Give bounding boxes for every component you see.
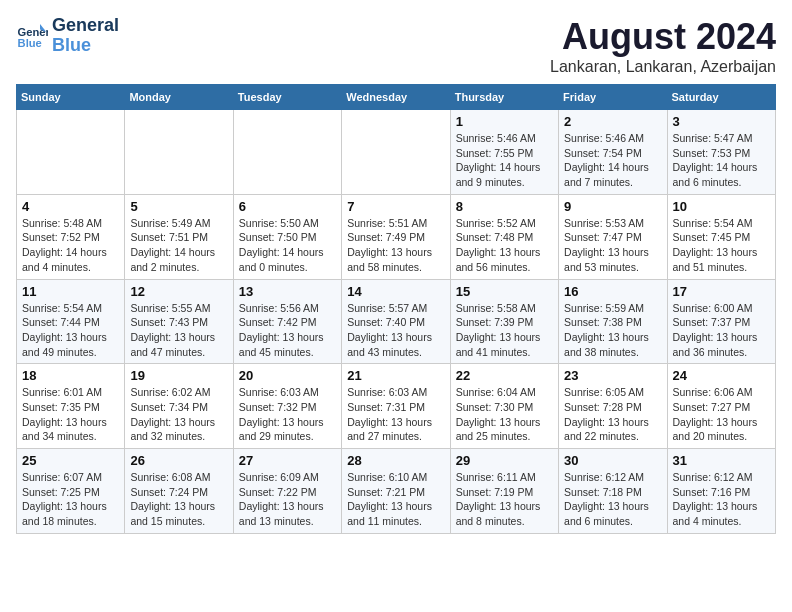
day-number: 4 [22, 199, 119, 214]
day-number: 13 [239, 284, 336, 299]
calendar-cell: 14Sunrise: 5:57 AM Sunset: 7:40 PM Dayli… [342, 279, 450, 364]
header-tuesday: Tuesday [233, 85, 341, 110]
day-info: Sunrise: 6:01 AM Sunset: 7:35 PM Dayligh… [22, 385, 119, 444]
day-info: Sunrise: 5:46 AM Sunset: 7:55 PM Dayligh… [456, 131, 553, 190]
day-number: 22 [456, 368, 553, 383]
calendar-cell: 1Sunrise: 5:46 AM Sunset: 7:55 PM Daylig… [450, 110, 558, 195]
header-wednesday: Wednesday [342, 85, 450, 110]
day-number: 27 [239, 453, 336, 468]
day-info: Sunrise: 5:58 AM Sunset: 7:39 PM Dayligh… [456, 301, 553, 360]
calendar-cell: 11Sunrise: 5:54 AM Sunset: 7:44 PM Dayli… [17, 279, 125, 364]
day-number: 16 [564, 284, 661, 299]
day-number: 14 [347, 284, 444, 299]
header-sunday: Sunday [17, 85, 125, 110]
day-info: Sunrise: 5:48 AM Sunset: 7:52 PM Dayligh… [22, 216, 119, 275]
calendar-cell: 18Sunrise: 6:01 AM Sunset: 7:35 PM Dayli… [17, 364, 125, 449]
logo-text-line2: Blue [52, 36, 119, 56]
day-info: Sunrise: 6:04 AM Sunset: 7:30 PM Dayligh… [456, 385, 553, 444]
calendar-cell: 9Sunrise: 5:53 AM Sunset: 7:47 PM Daylig… [559, 194, 667, 279]
day-info: Sunrise: 6:07 AM Sunset: 7:25 PM Dayligh… [22, 470, 119, 529]
day-number: 21 [347, 368, 444, 383]
day-info: Sunrise: 6:09 AM Sunset: 7:22 PM Dayligh… [239, 470, 336, 529]
calendar-cell: 10Sunrise: 5:54 AM Sunset: 7:45 PM Dayli… [667, 194, 775, 279]
day-number: 5 [130, 199, 227, 214]
day-number: 24 [673, 368, 770, 383]
day-info: Sunrise: 5:47 AM Sunset: 7:53 PM Dayligh… [673, 131, 770, 190]
day-number: 1 [456, 114, 553, 129]
day-info: Sunrise: 5:46 AM Sunset: 7:54 PM Dayligh… [564, 131, 661, 190]
day-number: 11 [22, 284, 119, 299]
day-info: Sunrise: 5:51 AM Sunset: 7:49 PM Dayligh… [347, 216, 444, 275]
calendar-cell: 3Sunrise: 5:47 AM Sunset: 7:53 PM Daylig… [667, 110, 775, 195]
calendar-cell: 24Sunrise: 6:06 AM Sunset: 7:27 PM Dayli… [667, 364, 775, 449]
day-info: Sunrise: 5:54 AM Sunset: 7:44 PM Dayligh… [22, 301, 119, 360]
day-number: 23 [564, 368, 661, 383]
week-row-4: 25Sunrise: 6:07 AM Sunset: 7:25 PM Dayli… [17, 449, 776, 534]
calendar-cell [233, 110, 341, 195]
calendar-cell: 21Sunrise: 6:03 AM Sunset: 7:31 PM Dayli… [342, 364, 450, 449]
day-info: Sunrise: 6:06 AM Sunset: 7:27 PM Dayligh… [673, 385, 770, 444]
calendar-cell: 29Sunrise: 6:11 AM Sunset: 7:19 PM Dayli… [450, 449, 558, 534]
week-row-2: 11Sunrise: 5:54 AM Sunset: 7:44 PM Dayli… [17, 279, 776, 364]
calendar-cell [17, 110, 125, 195]
day-number: 30 [564, 453, 661, 468]
day-info: Sunrise: 6:03 AM Sunset: 7:31 PM Dayligh… [347, 385, 444, 444]
day-number: 15 [456, 284, 553, 299]
day-info: Sunrise: 5:52 AM Sunset: 7:48 PM Dayligh… [456, 216, 553, 275]
calendar-cell: 6Sunrise: 5:50 AM Sunset: 7:50 PM Daylig… [233, 194, 341, 279]
day-info: Sunrise: 6:02 AM Sunset: 7:34 PM Dayligh… [130, 385, 227, 444]
calendar-cell: 17Sunrise: 6:00 AM Sunset: 7:37 PM Dayli… [667, 279, 775, 364]
day-info: Sunrise: 5:56 AM Sunset: 7:42 PM Dayligh… [239, 301, 336, 360]
header-monday: Monday [125, 85, 233, 110]
day-number: 29 [456, 453, 553, 468]
calendar-cell [342, 110, 450, 195]
calendar-cell: 4Sunrise: 5:48 AM Sunset: 7:52 PM Daylig… [17, 194, 125, 279]
week-row-0: 1Sunrise: 5:46 AM Sunset: 7:55 PM Daylig… [17, 110, 776, 195]
day-number: 19 [130, 368, 227, 383]
day-info: Sunrise: 6:11 AM Sunset: 7:19 PM Dayligh… [456, 470, 553, 529]
calendar-cell: 8Sunrise: 5:52 AM Sunset: 7:48 PM Daylig… [450, 194, 558, 279]
calendar-cell: 13Sunrise: 5:56 AM Sunset: 7:42 PM Dayli… [233, 279, 341, 364]
day-number: 31 [673, 453, 770, 468]
calendar-cell: 26Sunrise: 6:08 AM Sunset: 7:24 PM Dayli… [125, 449, 233, 534]
day-number: 18 [22, 368, 119, 383]
day-info: Sunrise: 5:59 AM Sunset: 7:38 PM Dayligh… [564, 301, 661, 360]
day-info: Sunrise: 5:55 AM Sunset: 7:43 PM Dayligh… [130, 301, 227, 360]
calendar-cell: 27Sunrise: 6:09 AM Sunset: 7:22 PM Dayli… [233, 449, 341, 534]
title-block: August 2024 Lankaran, Lankaran, Azerbaij… [550, 16, 776, 76]
day-number: 7 [347, 199, 444, 214]
day-number: 20 [239, 368, 336, 383]
calendar-cell: 12Sunrise: 5:55 AM Sunset: 7:43 PM Dayli… [125, 279, 233, 364]
calendar-cell: 16Sunrise: 5:59 AM Sunset: 7:38 PM Dayli… [559, 279, 667, 364]
calendar-cell: 5Sunrise: 5:49 AM Sunset: 7:51 PM Daylig… [125, 194, 233, 279]
page-title: August 2024 [550, 16, 776, 58]
day-info: Sunrise: 6:12 AM Sunset: 7:18 PM Dayligh… [564, 470, 661, 529]
day-number: 26 [130, 453, 227, 468]
calendar-cell: 30Sunrise: 6:12 AM Sunset: 7:18 PM Dayli… [559, 449, 667, 534]
day-info: Sunrise: 5:53 AM Sunset: 7:47 PM Dayligh… [564, 216, 661, 275]
calendar-cell: 25Sunrise: 6:07 AM Sunset: 7:25 PM Dayli… [17, 449, 125, 534]
day-info: Sunrise: 6:10 AM Sunset: 7:21 PM Dayligh… [347, 470, 444, 529]
day-info: Sunrise: 6:00 AM Sunset: 7:37 PM Dayligh… [673, 301, 770, 360]
page-header: General Blue General Blue August 2024 La… [16, 16, 776, 76]
calendar-cell: 31Sunrise: 6:12 AM Sunset: 7:16 PM Dayli… [667, 449, 775, 534]
week-row-3: 18Sunrise: 6:01 AM Sunset: 7:35 PM Dayli… [17, 364, 776, 449]
day-info: Sunrise: 5:54 AM Sunset: 7:45 PM Dayligh… [673, 216, 770, 275]
svg-text:General: General [18, 26, 48, 38]
calendar-cell: 2Sunrise: 5:46 AM Sunset: 7:54 PM Daylig… [559, 110, 667, 195]
day-info: Sunrise: 5:50 AM Sunset: 7:50 PM Dayligh… [239, 216, 336, 275]
calendar-cell: 28Sunrise: 6:10 AM Sunset: 7:21 PM Dayli… [342, 449, 450, 534]
day-number: 25 [22, 453, 119, 468]
logo: General Blue General Blue [16, 16, 119, 56]
logo-icon: General Blue [16, 20, 48, 52]
calendar-header-row: SundayMondayTuesdayWednesdayThursdayFrid… [17, 85, 776, 110]
calendar-cell: 19Sunrise: 6:02 AM Sunset: 7:34 PM Dayli… [125, 364, 233, 449]
day-info: Sunrise: 6:08 AM Sunset: 7:24 PM Dayligh… [130, 470, 227, 529]
calendar-cell: 15Sunrise: 5:58 AM Sunset: 7:39 PM Dayli… [450, 279, 558, 364]
calendar-cell: 20Sunrise: 6:03 AM Sunset: 7:32 PM Dayli… [233, 364, 341, 449]
calendar-cell [125, 110, 233, 195]
day-number: 6 [239, 199, 336, 214]
day-info: Sunrise: 5:57 AM Sunset: 7:40 PM Dayligh… [347, 301, 444, 360]
week-row-1: 4Sunrise: 5:48 AM Sunset: 7:52 PM Daylig… [17, 194, 776, 279]
day-number: 17 [673, 284, 770, 299]
